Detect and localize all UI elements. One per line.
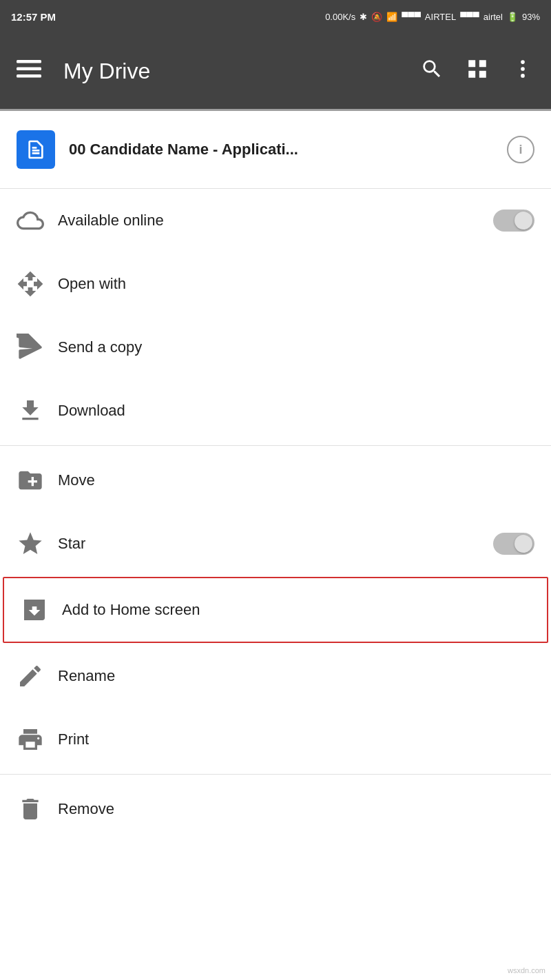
svg-rect-2: [17, 74, 41, 78]
svg-point-5: [521, 74, 525, 78]
menu-item-available-online[interactable]: Available online: [0, 189, 551, 252]
open-with-icon: [17, 270, 58, 298]
file-name: 00 Candidate Name - Applicati...: [69, 141, 507, 159]
send-copy-icon: [17, 334, 58, 361]
add-home-icon: [21, 596, 62, 624]
menu-item-download[interactable]: Download: [0, 379, 551, 442]
remove-icon: [17, 795, 58, 823]
menu-item-open-with[interactable]: Open with: [0, 252, 551, 316]
grid-view-icon[interactable]: [460, 52, 495, 91]
carrier-name-2: airtel: [484, 12, 503, 22]
available-online-icon: [17, 207, 58, 234]
app-title: My Drive: [63, 59, 404, 84]
divider-1: [0, 445, 551, 446]
status-icons: 0.00K/s ✱ 🔕 📶 ▀▀▀ AIRTEL ▀▀▀ airtel 🔋 93…: [325, 12, 540, 22]
download-icon: [17, 397, 58, 425]
menu-item-remove[interactable]: Remove: [0, 777, 551, 841]
wifi-icon: 📶: [386, 12, 397, 22]
menu-item-print[interactable]: Print: [0, 708, 551, 771]
move-icon: [17, 467, 58, 494]
divider-2: [0, 774, 551, 775]
menu-item-add-home[interactable]: Add to Home screen: [3, 577, 548, 643]
info-icon[interactable]: i: [507, 136, 534, 163]
star-toggle[interactable]: [493, 533, 534, 555]
print-icon: [17, 726, 58, 753]
app-bar: My Drive: [0, 33, 551, 109]
menu-list: Available online Open with Send a copy D…: [0, 189, 551, 841]
status-time: 12:57 PM: [11, 11, 56, 23]
mute-icon: 🔕: [371, 12, 382, 22]
add-home-label: Add to Home screen: [62, 601, 530, 619]
available-online-label: Available online: [58, 212, 493, 229]
more-options-icon[interactable]: [506, 52, 540, 91]
watermark: wsxdn.com: [508, 966, 545, 974]
carrier-name: AIRTEL: [425, 12, 456, 22]
file-doc-icon: [17, 130, 55, 169]
available-online-toggle[interactable]: [493, 210, 534, 232]
open-with-label: Open with: [58, 275, 534, 293]
menu-item-star[interactable]: Star: [0, 512, 551, 575]
svg-point-3: [521, 60, 525, 64]
remove-label: Remove: [58, 800, 534, 818]
speed-indicator: 0.00K/s: [325, 12, 355, 22]
menu-item-send-copy[interactable]: Send a copy: [0, 316, 551, 379]
svg-rect-7: [24, 600, 28, 620]
battery-icon: 🔋: [507, 12, 518, 22]
menu-item-rename[interactable]: Rename: [0, 644, 551, 708]
signal-icon-2: ▀▀▀: [460, 12, 479, 22]
menu-item-move[interactable]: Move: [0, 449, 551, 512]
rename-label: Rename: [58, 667, 534, 685]
rename-icon: [17, 662, 58, 690]
search-icon[interactable]: [415, 52, 449, 91]
send-copy-label: Send a copy: [58, 338, 534, 356]
svg-rect-0: [17, 60, 41, 63]
battery-percent: 93%: [522, 12, 540, 22]
move-label: Move: [58, 471, 534, 489]
status-bar: 12:57 PM 0.00K/s ✱ 🔕 📶 ▀▀▀ AIRTEL ▀▀▀ ai…: [0, 0, 551, 33]
signal-icon: ▀▀▀: [402, 12, 421, 22]
download-label: Download: [58, 402, 534, 420]
hamburger-menu-icon[interactable]: [11, 50, 47, 92]
print-label: Print: [58, 731, 534, 748]
bluetooth-icon: ✱: [360, 12, 367, 22]
star-icon: [17, 530, 58, 558]
file-header: 00 Candidate Name - Applicati... i: [0, 111, 551, 189]
svg-rect-1: [17, 68, 41, 71]
star-label: Star: [58, 535, 493, 553]
svg-point-4: [521, 67, 525, 71]
